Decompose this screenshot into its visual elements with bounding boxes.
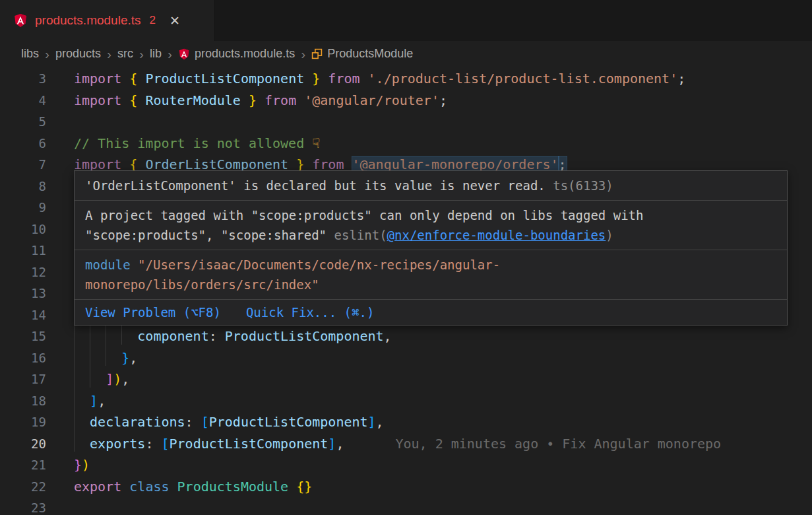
code-token (121, 479, 129, 495)
quick-fix-link[interactable]: Quick Fix... (⌘.) (246, 305, 374, 320)
code-token: ) (606, 228, 613, 242)
code-line-23[interactable]: 23 (0, 497, 812, 515)
code-token: ProductListComponent (145, 71, 304, 86)
breadcrumb-item-lib[interactable]: lib (150, 47, 162, 61)
code-token: , (336, 436, 344, 452)
breadcrumb-item-products[interactable]: products (55, 47, 101, 61)
code-line-16[interactable]: 16 }, (0, 347, 812, 369)
code-token: ProductListComponent (225, 328, 384, 344)
code-token: import (74, 92, 121, 108)
code-text: import { ProductListComponent } from './… (74, 71, 685, 86)
code-line-21[interactable]: 21}) (0, 454, 812, 476)
code-token (106, 326, 121, 347)
ts-diagnostic-code: ts(6133) (546, 178, 613, 193)
breadcrumb-label: products.module.ts (195, 47, 295, 61)
code-token (74, 347, 90, 369)
code-token: from (265, 92, 296, 108)
hover-section-2: A project tagged with "scope:products" c… (75, 201, 787, 250)
code-token: [ (201, 414, 209, 430)
code-token: ] (328, 436, 336, 452)
code-token (296, 92, 304, 108)
line-number[interactable]: 9 (0, 197, 46, 219)
code-token: component (137, 328, 208, 344)
code-line-22[interactable]: 22export class ProductsModule {} (0, 476, 812, 498)
code-token: RouterModule (145, 92, 241, 108)
line-number[interactable]: 11 (0, 240, 46, 261)
line-number[interactable]: 14 (0, 304, 46, 326)
tab-bar: products.module.ts 2 ✕ (0, 0, 812, 41)
line-number[interactable]: 10 (0, 219, 46, 240)
hover-text-line: module "/Users/isaac/Documents/code/nx-r… (85, 255, 776, 275)
code-line-20[interactable]: 20 exports: [ProductListComponent],You, … (0, 433, 812, 455)
code-token (360, 71, 368, 86)
breadcrumb-item-productsmodule[interactable]: ProductsModule (311, 47, 413, 61)
blame-annotation: You, 2 minutes ago • Fix Angular monorep… (395, 436, 721, 452)
code-token: , (121, 371, 129, 387)
code-token: '@angular/router' (304, 92, 439, 108)
line-number[interactable]: 20 (0, 433, 46, 455)
breadcrumb-item-src[interactable]: src (117, 47, 133, 61)
view-problem-link[interactable]: View Problem (⌥F8) (85, 305, 221, 320)
breadcrumb-item-libs[interactable]: libs (21, 47, 39, 61)
code-token: './product-list/product-list.component' (368, 71, 678, 86)
code-line-4[interactable]: 4import { RouterModule } from '@angular/… (0, 90, 812, 112)
code-token: ☟ (312, 135, 320, 151)
line-number[interactable]: 12 (0, 261, 46, 283)
code-token (74, 368, 90, 390)
code-line-18[interactable]: 18 ], (0, 390, 812, 412)
code-token: } (121, 350, 129, 366)
line-number[interactable]: 3 (0, 68, 46, 90)
code-line-17[interactable]: 17 ]), (0, 368, 812, 390)
line-number[interactable]: 16 (0, 347, 46, 369)
line-number[interactable]: 13 (0, 283, 46, 304)
module-keyword: module (85, 258, 131, 272)
line-number[interactable]: 22 (0, 476, 46, 498)
line-number[interactable]: 4 (0, 90, 46, 112)
code-text: component: ProductListComponent, (74, 328, 392, 344)
code-token (121, 326, 137, 347)
tab-close-button[interactable]: ✕ (170, 13, 180, 28)
line-number[interactable]: 17 (0, 368, 46, 390)
code-line-19[interactable]: 19 declarations: [ProductListComponent], (0, 411, 812, 433)
line-number[interactable]: 18 (0, 390, 46, 412)
line-number[interactable]: 23 (0, 497, 46, 515)
angular-icon (13, 13, 28, 28)
code-token: } (74, 457, 82, 473)
line-number[interactable]: 21 (0, 454, 46, 476)
code-line-15[interactable]: 15 component: ProductListComponent, (0, 326, 812, 347)
line-number[interactable]: 19 (0, 411, 46, 433)
code-token (170, 479, 177, 495)
code-token: {} (296, 479, 312, 495)
code-text: import { RouterModule } from '@angular/r… (74, 92, 447, 108)
code-line-6[interactable]: 6// This import is not allowed ☟ (0, 133, 812, 154)
code-text: export class ProductsModule {} (74, 479, 312, 495)
eslint-rule-link[interactable]: @nx/enforce-module-boundaries (387, 228, 606, 242)
module-path: "/Users/isaac/Documents/code/nx-recipes/… (131, 258, 501, 272)
code-token: ProductsModule (177, 479, 289, 495)
line-number[interactable]: 7 (0, 154, 46, 176)
code-text: ]), (74, 371, 129, 387)
breadcrumb-label: ProductsModule (327, 47, 413, 61)
code-token (106, 347, 121, 369)
tab-title: products.module.ts (35, 13, 141, 28)
code-token (74, 433, 90, 455)
code-line-5[interactable]: 5 (0, 111, 812, 133)
code-token: exports (90, 436, 145, 452)
breadcrumb-item-products.module.ts[interactable]: products.module.ts (178, 47, 295, 61)
code-line-3[interactable]: 3import { ProductListComponent } from '.… (0, 68, 812, 90)
code-token: ] (90, 393, 98, 409)
line-number[interactable]: 5 (0, 111, 46, 133)
code-token: } (312, 71, 320, 86)
code-token: "scope:products", "scope:shared" (85, 228, 334, 242)
code-text: }) (74, 457, 90, 473)
chevron-right-icon: › (301, 47, 305, 61)
code-text: declarations: [ProductListComponent], (74, 414, 384, 430)
code-token (121, 92, 129, 108)
tab-products-module-ts[interactable]: products.module.ts 2 ✕ (0, 0, 215, 41)
line-number[interactable]: 8 (0, 176, 46, 197)
line-number[interactable]: 15 (0, 326, 46, 347)
code-token (74, 326, 90, 347)
code-token: ] (106, 371, 113, 387)
line-number[interactable]: 6 (0, 133, 46, 154)
code-text: }, (74, 350, 137, 366)
